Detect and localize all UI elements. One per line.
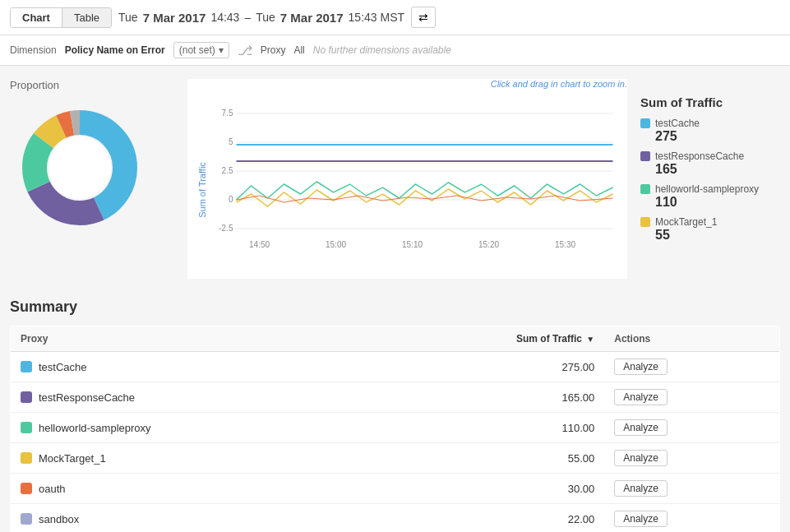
proxy-cell-3: MockTarget_1 (11, 443, 371, 474)
start-time: 14:43 (210, 11, 239, 24)
table-header-row: Proxy Sum of Traffic ▼ Actions (11, 326, 780, 352)
traffic-cell-1: 165.00 (370, 382, 604, 413)
proxy-color-3 (21, 452, 32, 464)
legend-item-0: testCache 275 (640, 118, 780, 144)
legend-value-2: 110 (655, 195, 780, 210)
svg-text:Sum of Traffic: Sum of Traffic (197, 162, 207, 218)
legend-color-0 (640, 118, 650, 128)
proxy-name-0: testCache (39, 361, 87, 373)
all-link[interactable]: All (293, 44, 304, 56)
svg-text:7.5: 7.5 (222, 109, 233, 118)
donut-chart (10, 98, 150, 238)
table-row: oauth30.00Analyze (11, 474, 780, 504)
refresh-button[interactable]: ⇄ (411, 7, 436, 28)
legend-item-3: MockTarget_1 55 (640, 216, 780, 243)
analyze-button-2[interactable]: Analyze (614, 419, 668, 436)
svg-point-6 (49, 136, 111, 199)
svg-text:0: 0 (229, 195, 233, 204)
date-separator: – (244, 11, 251, 24)
svg-text:15:10: 15:10 (402, 240, 423, 249)
svg-text:15:00: 15:00 (326, 240, 346, 249)
table-row: sandbox22.00Analyze (11, 504, 780, 533)
svg-text:-2.5: -2.5 (219, 224, 233, 233)
summary-table: Proxy Sum of Traffic ▼ Actions testCache… (10, 326, 780, 532)
legend-color-3 (640, 217, 650, 227)
table-row: helloworld-sampleproxy110.00Analyze (11, 413, 780, 443)
traffic-cell-2: 110.00 (370, 413, 604, 443)
dimension-dropdown[interactable]: (not set) ▾ (173, 42, 229, 58)
table-tab[interactable]: Table (62, 8, 111, 27)
proxy-name-5: sandbox (39, 513, 79, 525)
end-day: Tue (256, 11, 275, 24)
dimension-bar: Dimension Policy Name on Error (not set)… (0, 35, 790, 66)
proxy-name-2: helloworld-sampleproxy (39, 422, 151, 434)
proxy-color-4 (21, 483, 32, 494)
traffic-cell-5: 22.00 (370, 504, 604, 533)
actions-cell-4: Analyze (604, 474, 779, 504)
legend-item-1: testResponseCache 165 (640, 150, 780, 177)
analyze-button-4[interactable]: Analyze (614, 480, 668, 497)
legend-value-3: 55 (655, 228, 780, 243)
line-chart-panel: Click and drag in chart to zoom in. Sum … (187, 79, 627, 279)
traffic-cell-0: 275.00 (370, 352, 604, 382)
legend-color-1 (640, 151, 650, 161)
donut-panel: Proportion (10, 79, 174, 279)
actions-cell-5: Analyze (604, 504, 779, 533)
zoom-hint: Click and drag in chart to zoom in. (491, 79, 627, 89)
no-dimensions-msg: No further dimensions available (313, 44, 451, 56)
col-header-proxy: Proxy (11, 326, 371, 352)
sort-arrow-icon: ▼ (586, 335, 594, 344)
legend-color-2 (640, 184, 650, 194)
proxy-color-2 (21, 422, 32, 433)
svg-text:5: 5 (229, 137, 233, 146)
line-chart-svg: Sum of Traffic 7.5 5 2.5 0 -2.5 14:50 (187, 95, 627, 276)
col-header-actions: Actions (604, 326, 779, 352)
proxy-cell-1: testResponseCache (11, 382, 371, 413)
proxy-name-1: testResponseCache (39, 391, 135, 404)
traffic-cell-3: 55.00 (370, 443, 604, 474)
actions-cell-1: Analyze (604, 382, 779, 413)
svg-text:15:30: 15:30 (555, 240, 575, 249)
analyze-button-1[interactable]: Analyze (614, 389, 668, 405)
date-range: Tue 7 Mar 2017 14:43 – Tue 7 Mar 2017 15… (118, 11, 404, 25)
proxy-color-0 (21, 361, 32, 372)
proxy-link[interactable]: Proxy (261, 44, 286, 56)
svg-text:14:50: 14:50 (249, 240, 270, 249)
legend-name-0: testCache (655, 118, 700, 129)
actions-cell-3: Analyze (604, 443, 779, 474)
table-row: testResponseCache165.00Analyze (11, 382, 780, 413)
chart-tab[interactable]: Chart (11, 8, 62, 27)
charts-section: Proportion Click and drag in chart t (10, 79, 780, 279)
proxy-cell-4: oauth (11, 474, 371, 504)
proxy-cell-0: testCache (11, 352, 371, 382)
legend-name-2: helloworld-sampleproxy (655, 183, 759, 195)
legend-panel: Sum of Traffic testCache 275 testRespons… (640, 79, 780, 279)
legend-title: Sum of Traffic (640, 95, 780, 109)
col-header-traffic[interactable]: Sum of Traffic ▼ (370, 326, 604, 352)
start-day: Tue (118, 11, 138, 24)
summary-section: Summary Proxy Sum of Traffic ▼ Actions t… (10, 298, 780, 532)
legend-item-2: helloworld-sampleproxy 110 (640, 183, 780, 210)
svg-text:15:20: 15:20 (478, 240, 499, 249)
svg-text:2.5: 2.5 (222, 166, 233, 175)
legend-value-1: 165 (655, 162, 780, 177)
proxy-name-4: oauth (39, 483, 66, 495)
proxy-color-5 (21, 513, 32, 525)
legend-name-3: MockTarget_1 (655, 216, 717, 228)
active-dimension: Policy Name on Error (65, 44, 165, 56)
summary-title: Summary (10, 298, 780, 316)
top-bar: Chart Table Tue 7 Mar 2017 14:43 – Tue 7… (0, 0, 790, 35)
branch-icon: ⎇ (238, 43, 252, 58)
view-tab-group: Chart Table (10, 7, 112, 28)
dropdown-arrow-icon: ▾ (219, 44, 224, 56)
analyze-button-0[interactable]: Analyze (614, 359, 668, 375)
traffic-cell-4: 30.00 (370, 474, 604, 504)
analyze-button-5[interactable]: Analyze (614, 511, 668, 527)
table-row: testCache275.00Analyze (11, 352, 780, 382)
proxy-cell-2: helloworld-sampleproxy (11, 413, 371, 443)
analyze-button-3[interactable]: Analyze (614, 450, 668, 466)
dimension-label: Dimension (10, 44, 57, 56)
end-date: 7 Mar 2017 (280, 11, 344, 25)
proxy-color-1 (21, 391, 32, 403)
actions-cell-2: Analyze (604, 413, 779, 443)
